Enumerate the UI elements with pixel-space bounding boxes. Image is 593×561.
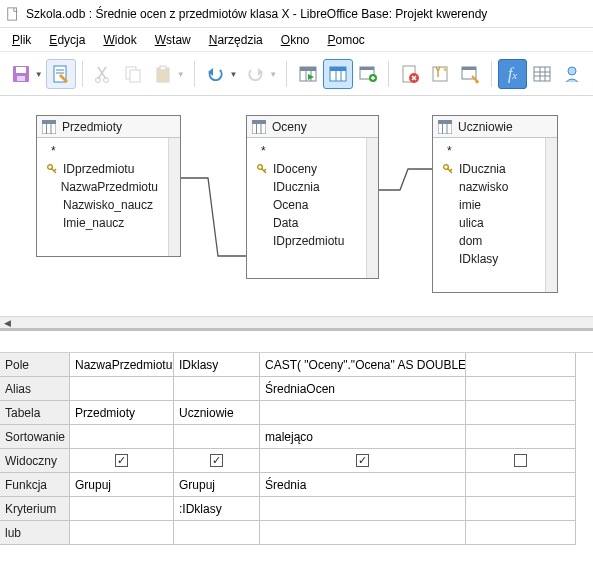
query-designer[interactable]: Przedmioty * IDprzedmiotu NazwaPrzedmiot… — [0, 96, 593, 328]
grid-funkcja-c3[interactable]: Średnia — [260, 473, 466, 497]
grid-funkcja-c4[interactable] — [466, 473, 576, 497]
chevron-down-icon[interactable]: ▼ — [230, 69, 238, 78]
scrollbar-vertical[interactable] — [366, 138, 378, 278]
run-query-button[interactable] — [293, 59, 323, 89]
field-all[interactable]: * — [443, 142, 535, 160]
field-idprzedmiotu[interactable]: IDprzedmiotu — [257, 232, 356, 250]
grid-tabela-c3[interactable] — [260, 401, 466, 425]
grid-alias-c3[interactable]: ŚredniaOcen — [260, 377, 466, 401]
copy-button[interactable] — [118, 59, 148, 89]
add-table-button[interactable] — [353, 59, 383, 89]
table-field-list[interactable]: * IDprzedmiotu NazwaPrzedmiotu Nazwisko_… — [37, 138, 168, 256]
field-iducznia[interactable]: IDucznia — [443, 160, 535, 178]
grid-funkcja-c1[interactable]: Grupuj — [70, 473, 174, 497]
grid-kryt-c3[interactable] — [260, 497, 466, 521]
menu-wstaw[interactable]: Wstaw — [147, 31, 199, 49]
menu-pomoc[interactable]: Pomoc — [319, 31, 372, 49]
menu-widok[interactable]: Widok — [95, 31, 144, 49]
field-imie-naucz[interactable]: Imie_naucz — [47, 214, 158, 232]
field-ocena[interactable]: Ocena — [257, 196, 356, 214]
design-view-selected-icon — [328, 64, 348, 84]
functions-button[interactable]: fx — [498, 59, 528, 89]
row-label-widoczny: Widoczny — [0, 449, 70, 473]
scrollbar-vertical[interactable] — [168, 138, 180, 256]
grid-visible-c4[interactable] — [466, 449, 576, 473]
grid-pole-c2[interactable]: IDklasy — [174, 353, 260, 377]
menu-narzedzia[interactable]: Narzędzia — [201, 31, 271, 49]
field-data[interactable]: Data — [257, 214, 356, 232]
separator — [491, 61, 492, 87]
edit-mode-button[interactable] — [46, 59, 76, 89]
chevron-down-icon[interactable]: ▼ — [177, 69, 185, 78]
chevron-down-icon[interactable]: ▼ — [269, 69, 277, 78]
paste-button[interactable]: ▼ — [148, 59, 178, 89]
grid-pole-c1[interactable]: NazwaPrzedmiotu — [70, 353, 174, 377]
grid-visible-c3[interactable] — [260, 449, 466, 473]
new-query-button[interactable] — [425, 59, 455, 89]
table-header[interactable]: Oceny — [247, 116, 378, 138]
table-box-przedmioty[interactable]: Przedmioty * IDprzedmiotu NazwaPrzedmiot… — [36, 115, 181, 257]
field-idoceny[interactable]: IDoceny — [257, 160, 356, 178]
cut-button[interactable] — [88, 59, 118, 89]
design-view-toggle[interactable] — [323, 59, 353, 89]
grid-alias-c4[interactable] — [466, 377, 576, 401]
grid-sort-c4[interactable] — [466, 425, 576, 449]
menu-plik[interactable]: Plik — [4, 31, 39, 49]
field-all[interactable]: * — [47, 142, 158, 160]
grid-pole-c3[interactable]: CAST( "Oceny"."Ocena" AS DOUBLE ) — [260, 353, 466, 377]
save-button[interactable]: ▼ — [6, 59, 36, 89]
field-nazwisko[interactable]: nazwisko — [443, 178, 535, 196]
grid-kryt-c2[interactable]: :IDklasy — [174, 497, 260, 521]
table-field-list[interactable]: * IDucznia nazwisko imie ulica dom IDkla… — [433, 138, 545, 292]
grid-lub-c3[interactable] — [260, 521, 466, 545]
grid-tabela-c1[interactable]: Przedmioty — [70, 401, 174, 425]
grid-lub-c1[interactable] — [70, 521, 174, 545]
field-idklasy[interactable]: IDklasy — [443, 250, 535, 268]
grid-sort-c3[interactable]: malejąco — [260, 425, 466, 449]
field-imie[interactable]: imie — [443, 196, 535, 214]
grid-pole-c4[interactable] — [466, 353, 576, 377]
scrollbar-horizontal[interactable]: ◀ — [0, 316, 593, 328]
grid-funkcja-c2[interactable]: Grupuj — [174, 473, 260, 497]
distinct-button[interactable] — [557, 59, 587, 89]
grid-tabela-c2[interactable]: Uczniowie — [174, 401, 260, 425]
criteria-grid[interactable]: Pole NazwaPrzedmiotu IDklasy CAST( "Ocen… — [0, 328, 593, 545]
undo-button[interactable]: ▼ — [201, 59, 231, 89]
grid-visible-c1[interactable] — [70, 449, 174, 473]
distinct-icon — [562, 64, 582, 84]
field-all[interactable]: * — [257, 142, 356, 160]
field-iducznia[interactable]: IDucznia — [257, 178, 356, 196]
grid-visible-c2[interactable] — [174, 449, 260, 473]
grid-kryt-c1[interactable] — [70, 497, 174, 521]
field-nazwaprzedmiotu[interactable]: NazwaPrzedmiotu — [47, 178, 158, 196]
grid-lub-c2[interactable] — [174, 521, 260, 545]
grid-alias-c2[interactable] — [174, 377, 260, 401]
menu-okno[interactable]: Okno — [273, 31, 318, 49]
grid-lub-c4[interactable] — [466, 521, 576, 545]
chevron-down-icon[interactable]: ▼ — [35, 69, 43, 78]
grid-sort-c1[interactable] — [70, 425, 174, 449]
menu-edycja[interactable]: Edycja — [41, 31, 93, 49]
table-box-uczniowie[interactable]: Uczniowie * IDucznia nazwisko imie ulica… — [432, 115, 558, 293]
new-query-icon — [430, 64, 450, 84]
field-idprzedmiotu[interactable]: IDprzedmiotu — [47, 160, 158, 178]
delete-query-button[interactable] — [395, 59, 425, 89]
table-header[interactable]: Uczniowie — [433, 116, 557, 138]
copy-icon — [124, 65, 142, 83]
grid-kryt-c4[interactable] — [466, 497, 576, 521]
table-header[interactable]: Przedmioty — [37, 116, 180, 138]
properties-button[interactable] — [455, 59, 485, 89]
scrollbar-vertical[interactable] — [545, 138, 557, 292]
grid-sort-c2[interactable] — [174, 425, 260, 449]
svg-rect-12 — [160, 66, 166, 70]
redo-button[interactable]: ▼ — [240, 59, 270, 89]
grid-alias-c1[interactable] — [70, 377, 174, 401]
table-box-oceny[interactable]: Oceny * IDoceny IDucznia Ocena Data IDpr… — [246, 115, 379, 279]
field-dom[interactable]: dom — [443, 232, 535, 250]
table-grid-button[interactable] — [527, 59, 557, 89]
separator — [286, 61, 287, 87]
field-ulica[interactable]: ulica — [443, 214, 535, 232]
grid-tabela-c4[interactable] — [466, 401, 576, 425]
table-field-list[interactable]: * IDoceny IDucznia Ocena Data IDprzedmio… — [247, 138, 366, 278]
field-nazwisko-naucz[interactable]: Nazwisko_naucz — [47, 196, 158, 214]
